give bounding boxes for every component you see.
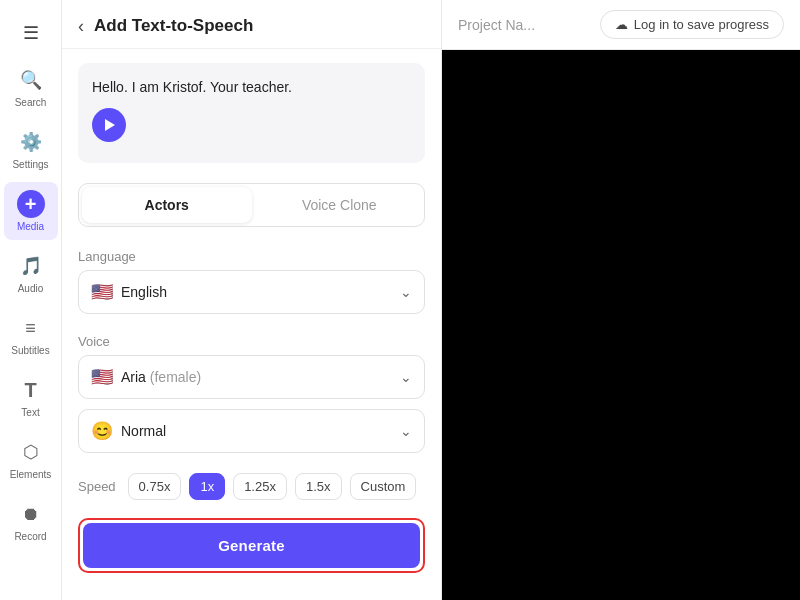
sidebar-label-media: Media	[17, 221, 44, 232]
voice-style-dropdown[interactable]: 😊 Normal ⌄	[78, 409, 425, 453]
generate-button[interactable]: Generate	[83, 523, 420, 568]
speed-15x-button[interactable]: 1.5x	[295, 473, 342, 500]
canvas-area: Project Na... ☁ Log in to save progress	[442, 0, 800, 600]
speed-row: Speed 0.75x 1x 1.25x 1.5x Custom	[78, 473, 425, 500]
voice-section-label: Voice	[78, 334, 425, 349]
panel-title: Add Text-to-Speech	[94, 16, 253, 36]
sidebar-label-settings: Settings	[12, 159, 48, 170]
sidebar-item-search[interactable]: 🔍 Search	[4, 58, 58, 116]
panel-header: ‹ Add Text-to-Speech	[62, 0, 441, 49]
sidebar-label-record: Record	[14, 531, 46, 542]
speed-125x-button[interactable]: 1.25x	[233, 473, 287, 500]
login-label: Log in to save progress	[634, 17, 769, 32]
tab-actors[interactable]: Actors	[82, 187, 252, 223]
canvas-topbar: Project Na... ☁ Log in to save progress	[442, 0, 800, 50]
tab-voice-clone[interactable]: Voice Clone	[255, 184, 425, 226]
voice-value: Aria (female)	[121, 369, 392, 385]
language-chevron-icon: ⌄	[400, 284, 412, 300]
tabs-container: Actors Voice Clone	[78, 183, 425, 227]
sidebar-item-text[interactable]: T Text	[4, 368, 58, 426]
sidebar-label-audio: Audio	[18, 283, 44, 294]
language-section-label: Language	[78, 249, 425, 264]
sidebar-item-settings[interactable]: ⚙️ Settings	[4, 120, 58, 178]
search-icon: 🔍	[17, 66, 45, 94]
settings-icon: ⚙️	[17, 128, 45, 156]
subtitles-icon: ≡	[17, 314, 45, 342]
sidebar-label-subtitles: Subtitles	[11, 345, 49, 356]
sidebar-item-audio[interactable]: 🎵 Audio	[4, 244, 58, 302]
sidebar-item-subtitles[interactable]: ≡ Subtitles	[4, 306, 58, 364]
sidebar-item-elements[interactable]: ⬡ Elements	[4, 430, 58, 488]
canvas-black	[442, 50, 800, 600]
sidebar-item-media[interactable]: + Media	[4, 182, 58, 240]
generate-button-wrap: Generate	[78, 518, 425, 573]
play-button[interactable]	[92, 108, 126, 142]
language-dropdown[interactable]: 🇺🇸 English ⌄	[78, 270, 425, 314]
sidebar: ☰ 🔍 Search ⚙️ Settings + Media 🎵 Audio ≡…	[0, 0, 62, 600]
speed-custom-button[interactable]: Custom	[350, 473, 417, 500]
voice-dropdown[interactable]: 🇺🇸 Aria (female) ⌄	[78, 355, 425, 399]
language-flag-icon: 🇺🇸	[91, 281, 113, 303]
audio-icon: 🎵	[17, 252, 45, 280]
cloud-icon: ☁	[615, 17, 628, 32]
elements-icon: ⬡	[17, 438, 45, 466]
voice-chevron-icon: ⌄	[400, 369, 412, 385]
voice-gender: (female)	[150, 369, 201, 385]
language-value: English	[121, 284, 392, 300]
text-icon: T	[17, 376, 45, 404]
speed-1x-button[interactable]: 1x	[189, 473, 225, 500]
sidebar-label-elements: Elements	[10, 469, 52, 480]
voice-flag-icon: 🇺🇸	[91, 366, 113, 388]
speed-075x-button[interactable]: 0.75x	[128, 473, 182, 500]
text-preview-box: Hello. I am Kristof. Your teacher.	[78, 63, 425, 163]
record-icon: ⏺	[17, 500, 45, 528]
sidebar-item-record[interactable]: ⏺ Record	[4, 492, 58, 550]
voice-style-face-icon: 😊	[91, 420, 113, 442]
media-icon: +	[17, 190, 45, 218]
voice-style-value: Normal	[121, 423, 392, 439]
login-button[interactable]: ☁ Log in to save progress	[600, 10, 784, 39]
svg-marker-0	[105, 119, 115, 131]
sidebar-label-search: Search	[15, 97, 47, 108]
play-icon	[104, 119, 116, 131]
back-button[interactable]: ‹	[78, 17, 84, 35]
project-name: Project Na...	[458, 17, 535, 33]
panel: ‹ Add Text-to-Speech Hello. I am Kristof…	[62, 0, 442, 600]
preview-text: Hello. I am Kristof. Your teacher.	[92, 77, 411, 98]
speed-label: Speed	[78, 479, 116, 494]
voice-style-chevron-icon: ⌄	[400, 423, 412, 439]
sidebar-label-text: Text	[21, 407, 39, 418]
hamburger-menu[interactable]: ☰	[13, 12, 49, 54]
